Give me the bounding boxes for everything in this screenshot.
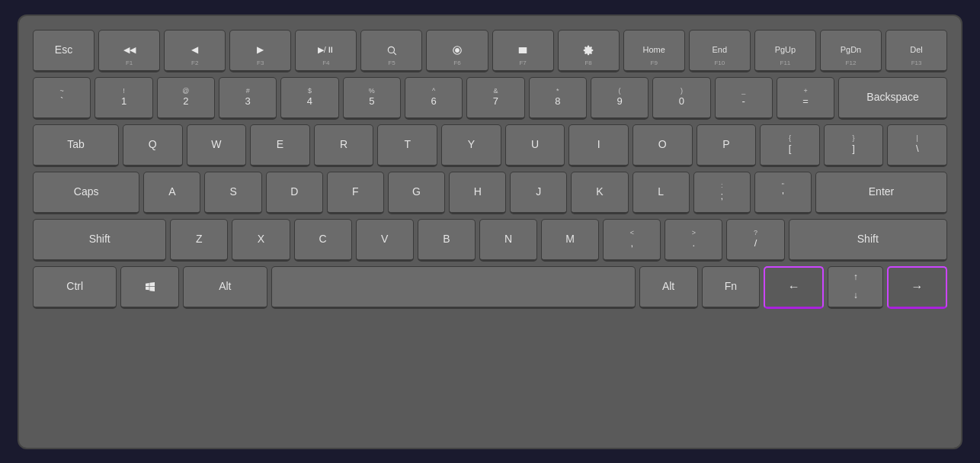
key-0[interactable]: ) 0 bbox=[652, 77, 710, 120]
keyboard: Esc ◀◀ F1 ◀ F2 ▶ F3 ▶/⏸ F4 F5 F6 F7 bbox=[18, 14, 962, 449]
key-x[interactable]: X bbox=[232, 219, 290, 262]
key-j[interactable]: J bbox=[510, 172, 567, 214]
key-b[interactable]: B bbox=[418, 219, 476, 262]
asdf-row: Caps A S D F G H J K L : bbox=[33, 172, 947, 214]
key-semicolon[interactable]: : ; bbox=[693, 172, 751, 214]
key-period[interactable]: > . bbox=[665, 219, 722, 262]
key-quote[interactable]: " ' bbox=[754, 172, 812, 214]
key-home[interactable]: Home F9 bbox=[623, 30, 685, 72]
key-c[interactable]: C bbox=[294, 219, 352, 262]
key-esc[interactable]: Esc bbox=[33, 30, 94, 72]
key-m[interactable]: M bbox=[541, 219, 599, 262]
key-arrow-right[interactable]: → bbox=[887, 266, 947, 309]
key-f[interactable]: F bbox=[327, 172, 384, 214]
key-i[interactable]: I bbox=[568, 124, 629, 167]
key-comma[interactable]: < , bbox=[603, 219, 661, 262]
key-f7[interactable]: F7 bbox=[492, 30, 554, 72]
key-enter[interactable]: Enter bbox=[815, 172, 947, 214]
key-v[interactable]: V bbox=[356, 219, 414, 262]
key-ralt[interactable]: Alt bbox=[639, 266, 698, 309]
key-5[interactable]: % 5 bbox=[343, 77, 401, 120]
key-6[interactable]: ^ 6 bbox=[405, 77, 463, 120]
key-backslash[interactable]: | \ bbox=[887, 124, 947, 167]
svg-line-1 bbox=[393, 52, 396, 55]
bottom-row: Ctrl Alt Alt Fn ← ↑ ↓ bbox=[33, 266, 947, 309]
gear-icon bbox=[583, 45, 594, 56]
key-l[interactable]: L bbox=[633, 172, 690, 214]
zxcv-row: Shift Z X C V B N M < , bbox=[33, 219, 947, 262]
key-f6[interactable]: F6 bbox=[426, 30, 488, 72]
key-fn[interactable]: Fn bbox=[702, 266, 761, 309]
qwerty-row: Tab Q W E R T Y U I O P bbox=[33, 124, 947, 167]
key-n[interactable]: N bbox=[479, 219, 537, 262]
key-w[interactable]: W bbox=[187, 124, 247, 167]
key-a[interactable]: A bbox=[143, 172, 200, 214]
key-t[interactable]: T bbox=[377, 124, 437, 167]
key-caps[interactable]: Caps bbox=[33, 172, 139, 214]
key-f8[interactable]: F8 bbox=[558, 30, 620, 72]
key-f3[interactable]: ▶ F3 bbox=[229, 30, 291, 72]
key-8[interactable]: * 8 bbox=[529, 77, 587, 120]
key-3[interactable]: # 3 bbox=[219, 77, 277, 120]
key-win[interactable] bbox=[120, 266, 179, 309]
key-s[interactable]: S bbox=[204, 172, 261, 214]
key-f1[interactable]: ◀◀ F1 bbox=[98, 30, 160, 72]
number-row: ~ ` ! 1 @ 2 # 3 $ 4 bbox=[33, 77, 947, 120]
key-pgup[interactable]: PgUp F11 bbox=[754, 30, 816, 72]
key-o[interactable]: O bbox=[633, 124, 693, 167]
circle-icon bbox=[452, 45, 463, 56]
key-lbracket[interactable]: { [ bbox=[760, 124, 820, 167]
key-p[interactable]: P bbox=[697, 124, 757, 167]
key-1[interactable]: ! 1 bbox=[94, 77, 152, 120]
key-arrow-updown[interactable]: ↑ ↓ bbox=[828, 266, 883, 309]
key-end[interactable]: End F10 bbox=[689, 30, 751, 72]
key-e[interactable]: E bbox=[250, 124, 310, 167]
key-f4[interactable]: ▶/⏸ F4 bbox=[295, 30, 357, 72]
key-rbracket[interactable]: } ] bbox=[824, 124, 884, 167]
key-r[interactable]: R bbox=[314, 124, 374, 167]
key-backspace[interactable]: Backspace bbox=[838, 77, 947, 120]
key-tab[interactable]: Tab bbox=[33, 124, 119, 167]
square-icon bbox=[517, 45, 528, 56]
key-7[interactable]: & 7 bbox=[466, 77, 524, 120]
key-u[interactable]: U bbox=[505, 124, 565, 167]
key-9[interactable]: ( 9 bbox=[591, 77, 649, 120]
key-k[interactable]: K bbox=[571, 172, 628, 214]
key-ctrl[interactable]: Ctrl bbox=[33, 266, 117, 309]
svg-point-3 bbox=[456, 48, 460, 52]
key-backtick[interactable]: ~ ` bbox=[33, 77, 91, 120]
key-equals[interactable]: + = bbox=[777, 77, 834, 120]
key-f5[interactable]: F5 bbox=[360, 30, 422, 72]
key-del[interactable]: Del F13 bbox=[886, 30, 947, 72]
key-h[interactable]: H bbox=[449, 172, 506, 214]
key-4[interactable]: $ 4 bbox=[280, 77, 338, 120]
key-y[interactable]: Y bbox=[441, 124, 501, 167]
svg-rect-4 bbox=[519, 47, 527, 53]
key-2[interactable]: @ 2 bbox=[157, 77, 215, 120]
function-row: Esc ◀◀ F1 ◀ F2 ▶ F3 ▶/⏸ F4 F5 F6 F7 bbox=[33, 30, 947, 72]
search-icon bbox=[386, 45, 397, 56]
key-q[interactable]: Q bbox=[123, 124, 183, 167]
key-rshift[interactable]: Shift bbox=[789, 219, 947, 262]
key-d[interactable]: D bbox=[266, 172, 323, 214]
windows-icon bbox=[144, 281, 156, 293]
key-slash[interactable]: ? / bbox=[726, 219, 784, 262]
key-minus[interactable]: _ - bbox=[715, 77, 773, 120]
key-lalt[interactable]: Alt bbox=[183, 266, 267, 309]
key-pgdn[interactable]: PgDn F12 bbox=[820, 30, 882, 72]
key-g[interactable]: G bbox=[388, 172, 445, 214]
svg-point-0 bbox=[388, 47, 394, 53]
key-z[interactable]: Z bbox=[170, 219, 228, 262]
key-f2[interactable]: ◀ F2 bbox=[164, 30, 226, 72]
key-space[interactable] bbox=[271, 266, 636, 309]
key-arrow-left[interactable]: ← bbox=[764, 266, 824, 309]
key-lshift[interactable]: Shift bbox=[33, 219, 166, 262]
